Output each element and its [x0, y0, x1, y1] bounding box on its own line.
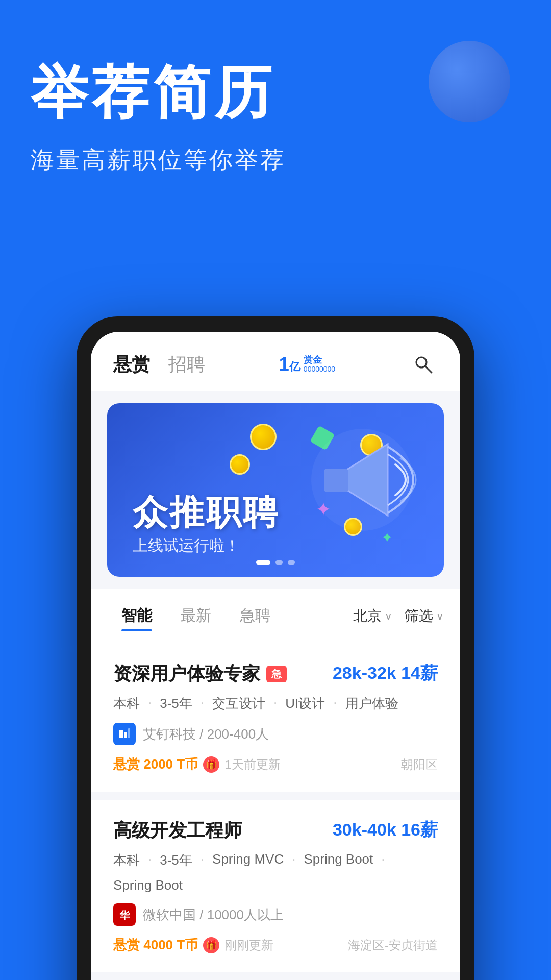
banner-dot-active — [256, 560, 270, 565]
banner-content: 众推职聘 上线试运行啦！ — [133, 495, 280, 556]
filter-chevron-icon: ∨ — [436, 610, 444, 622]
hero-orb-decoration — [429, 41, 510, 122]
search-button[interactable] — [409, 350, 438, 379]
svg-rect-4 — [119, 730, 123, 738]
filter-bar: 智能 最新 急聘 北京 ∨ 筛选 ∨ — [91, 589, 460, 643]
svg-line-1 — [425, 366, 432, 373]
coin-decoration-1 — [250, 424, 277, 450]
svg-rect-5 — [124, 732, 127, 738]
reward-amount: 1亿 — [279, 354, 300, 375]
app-nav: 悬赏 招聘 — [113, 352, 205, 377]
job-tag: 交互设计 — [212, 695, 265, 713]
job-card[interactable]: 高级开发工程师 30k-40k 16薪 本科 · 3-5年 · Spring M… — [91, 800, 460, 972]
urgent-badge: 急 — [266, 666, 287, 682]
job-tag: Spring Boot — [113, 877, 183, 893]
job-tag: Spring Boot — [304, 851, 373, 869]
svg-text:华: 华 — [119, 910, 130, 921]
company-name: 艾钉科技 / 200-400人 — [143, 725, 269, 743]
banner-subtitle: 上线试运行啦！ — [133, 535, 280, 556]
job-location: 朝阳区 — [401, 756, 438, 773]
job-title: 资深用户体验专家 — [113, 662, 260, 687]
job-title-row: 资深用户体验专家 急 — [113, 662, 287, 687]
phone-wrapper: 悬赏 招聘 1亿 赏金 00000000 — [0, 316, 551, 980]
filter-tabs: 智能 最新 急聘 — [107, 601, 353, 630]
job-tag: 本科 — [113, 851, 140, 869]
nav-item-recruit[interactable]: 招聘 — [168, 352, 205, 377]
svg-rect-3 — [324, 469, 348, 492]
banner-pagination — [256, 560, 295, 565]
reward-info: 悬赏 4000 T币 🎁 刚刚更新 — [113, 936, 273, 954]
job-tag: 3-5年 — [160, 851, 192, 869]
coin-decoration-2 — [230, 454, 250, 475]
company-logo — [113, 723, 136, 745]
job-tag: 用户体验 — [345, 695, 398, 713]
job-company: 华 微软中国 / 10000人以上 — [113, 903, 438, 926]
job-tag: 3-5年 — [160, 695, 192, 713]
job-header: 高级开发工程师 30k-40k 16薪 — [113, 818, 438, 843]
job-company: 艾钉科技 / 200-400人 — [113, 723, 438, 745]
job-footer: 悬赏 2000 T币 🎁 1天前更新 朝阳区 — [113, 755, 438, 773]
banner-title: 众推职聘 — [133, 495, 280, 529]
banner[interactable]: ✦ ✦ — [107, 403, 444, 577]
reward-label: 赏金 — [304, 355, 335, 365]
reward-text: 悬赏 4000 T币 — [113, 936, 198, 954]
phone-screen: 悬赏 招聘 1亿 赏金 00000000 — [91, 332, 460, 980]
job-salary: 30k-40k 16薪 — [333, 818, 438, 842]
job-tag: 本科 — [113, 695, 140, 713]
reward-text: 悬赏 2000 T币 — [113, 755, 198, 773]
reward-coin-icon: 🎁 — [203, 756, 219, 773]
job-card[interactable]: 资深用户体验专家 急 28k-32k 14薪 本科 · 3-5年 · 交互设计 … — [91, 643, 460, 792]
update-time: 1天前更新 — [224, 756, 280, 773]
job-tags: 本科 · 3-5年 · Spring MVC · Spring Boot · S… — [113, 851, 438, 893]
job-tag: Spring MVC — [212, 851, 284, 869]
reward-coin-icon: 🎁 — [203, 937, 219, 953]
app-header: 悬赏 招聘 1亿 赏金 00000000 — [91, 332, 460, 391]
reward-badge: 1亿 赏金 00000000 — [279, 354, 335, 375]
company-logo: 华 — [113, 903, 136, 926]
banner-dot-3 — [288, 560, 295, 565]
job-title-row: 高级开发工程师 — [113, 818, 242, 843]
megaphone-decoration — [296, 413, 429, 546]
job-list: 资深用户体验专家 急 28k-32k 14薪 本科 · 3-5年 · 交互设计 … — [91, 643, 460, 980]
banner-dot-2 — [276, 560, 283, 565]
job-location: 海淀区-安贞街道 — [348, 937, 438, 953]
tab-latest[interactable]: 最新 — [166, 601, 226, 630]
location-chevron-icon: ∨ — [385, 610, 392, 622]
phone-mockup: 悬赏 招聘 1亿 赏金 00000000 — [77, 316, 474, 980]
job-title: 高级开发工程师 — [113, 818, 242, 843]
svg-rect-6 — [128, 728, 130, 738]
filter-right: 北京 ∨ 筛选 ∨ — [353, 606, 444, 626]
job-tags: 本科 · 3-5年 · 交互设计 · UI设计 · 用户体验 — [113, 695, 438, 713]
hero-subtitle: 海量高薪职位等你举荐 — [31, 144, 520, 176]
nav-item-reward[interactable]: 悬赏 — [113, 352, 150, 377]
reward-sublabel: 00000000 — [304, 365, 335, 373]
tab-smart[interactable]: 智能 — [107, 601, 166, 630]
filter-location[interactable]: 北京 ∨ — [353, 606, 392, 626]
job-tag: UI设计 — [285, 695, 325, 713]
tab-urgent[interactable]: 急聘 — [226, 601, 285, 630]
company-name: 微软中国 / 10000人以上 — [143, 906, 284, 924]
hero-section: 举荐简历 海量高薪职位等你举荐 — [0, 0, 551, 347]
job-footer: 悬赏 4000 T币 🎁 刚刚更新 海淀区-安贞街道 — [113, 936, 438, 954]
update-time: 刚刚更新 — [224, 937, 273, 953]
job-header: 资深用户体验专家 急 28k-32k 14薪 — [113, 662, 438, 687]
job-salary: 28k-32k 14薪 — [333, 662, 438, 685]
filter-screen[interactable]: 筛选 ∨ — [405, 606, 444, 626]
reward-info: 悬赏 2000 T币 🎁 1天前更新 — [113, 755, 281, 773]
